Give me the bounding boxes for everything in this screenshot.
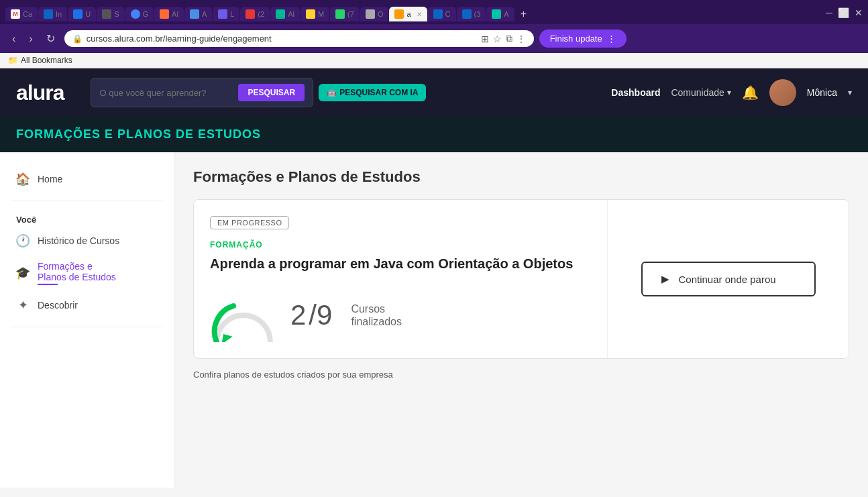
formation-label: FORMAÇÃO [210, 240, 591, 250]
header-nav: Dashboard Comunidade ▾ 🔔 Mônica ▾ [611, 79, 852, 106]
bookmarks-folder-icon: 📁 [8, 56, 18, 65]
sidebar-item-home[interactable]: 🏠 Home [11, 166, 163, 192]
translate-icon[interactable]: ⊞ [481, 34, 489, 44]
search-bar: PESQUISAR [91, 78, 313, 107]
tab-16[interactable]: (3 [457, 7, 486, 21]
bookmark-icon[interactable]: ☆ [493, 34, 502, 44]
tab-8[interactable]: L [213, 7, 239, 21]
reload-button[interactable]: ↻ [42, 31, 59, 46]
sidebar-divider [11, 201, 163, 201]
sidebar-item-formations[interactable]: 🎓 Formações e Planos de Estudos [11, 254, 163, 292]
tab-10[interactable]: Al [270, 7, 300, 21]
url-text: cursos.alura.com.br/learning-guide/engag… [87, 34, 477, 44]
tab-9[interactable]: (2 [240, 7, 270, 21]
sidebar-divider-2 [11, 327, 163, 327]
tab-4[interactable]: S [97, 7, 124, 21]
settings-icon[interactable]: ⋮ [517, 34, 526, 44]
search-container: PESQUISAR 🤖 PESQUISAR COM IA [91, 78, 426, 107]
card-main: EM PROGRESSO FORMAÇÃO Aprenda a programa… [194, 200, 607, 358]
finish-update-button[interactable]: Finish update ⋮ [539, 30, 627, 48]
tab-favicon: M [11, 9, 20, 19]
minimize-button[interactable]: ─ [826, 7, 832, 18]
main-layout: 🏠 Home Você 🕐 Histórico de Cursos 🎓 Form… [0, 152, 868, 488]
home-icon: 🏠 [16, 172, 30, 186]
new-tab-button[interactable]: + [515, 5, 532, 23]
nav-dashboard[interactable]: Dashboard [611, 87, 660, 98]
progress-arc [210, 288, 277, 342]
card-side: ▶ Continuar onde parou [607, 200, 849, 358]
bookmarks-bar: 📁 All Bookmarks [0, 53, 868, 68]
bookmarks-label: All Bookmarks [21, 56, 72, 65]
history-icon: 🕐 [16, 234, 30, 247]
formations-icon: 🎓 [16, 266, 30, 280]
user-name[interactable]: Mônica [807, 87, 837, 98]
sidebar-section-you: Você [11, 209, 163, 227]
sidebar-item-history[interactable]: 🕐 Histórico de Cursos [11, 227, 163, 254]
progress-text: 2 /9 [290, 299, 332, 331]
tab-3[interactable]: U [68, 7, 96, 21]
sidebar-formations-label: Formações e Planos de Estudos [38, 261, 116, 282]
search-button[interactable]: PESQUISAR [238, 84, 305, 101]
user-chevron-icon: ▾ [848, 88, 852, 97]
tab-gmail[interactable]: M Ca [5, 7, 38, 21]
ai-search-button[interactable]: 🤖 PESQUISAR COM IA [319, 84, 426, 101]
content-area: Formações e Planos de Estudos EM PROGRES… [174, 152, 868, 488]
progress-label: Cursos finalizados [351, 302, 402, 328]
sidebar-item-discover[interactable]: ✦ Descobrir [11, 292, 163, 319]
sidebar: 🏠 Home Você 🕐 Histórico de Cursos 🎓 Form… [0, 152, 174, 488]
ai-icon: 🤖 [327, 88, 337, 97]
page-title: Formações e Planos de Estudos [193, 168, 849, 186]
tab-11[interactable]: M [301, 7, 329, 21]
search-input[interactable] [99, 88, 233, 98]
tab-13[interactable]: O [360, 7, 389, 21]
alura-app: alura PESQUISAR 🤖 PESQUISAR COM IA Dashb… [0, 68, 868, 488]
more-icon: ⋮ [607, 34, 616, 44]
progress-number: 2 [290, 299, 306, 331]
tab-favicon [44, 9, 53, 19]
discover-icon: ✦ [16, 298, 30, 312]
url-icons: ⊞ ☆ ⧉ ⋮ [481, 33, 526, 44]
tab-15[interactable]: C [428, 7, 456, 21]
page-header-bar: FORMAÇÕES E PLANOS DE ESTUDOS [0, 117, 868, 152]
tab-12[interactable]: (7 [330, 7, 360, 21]
alura-logo[interactable]: alura [16, 80, 64, 105]
progress-section: 2 /9 Cursos finalizados [210, 288, 591, 342]
continue-label: Continuar onde parou [679, 274, 776, 285]
close-button[interactable]: ✕ [855, 7, 863, 18]
avatar [769, 79, 796, 106]
extensions-icon[interactable]: ⧉ [506, 33, 512, 44]
play-icon: ▶ [659, 272, 672, 286]
maximize-button[interactable]: ⬜ [838, 7, 849, 18]
sidebar-history-label: Histórico de Cursos [38, 235, 119, 246]
nav-community[interactable]: Comunidade ▾ [671, 87, 730, 98]
continue-button[interactable]: ▶ Continuar onde parou [641, 262, 816, 296]
tab-2[interactable]: In [38, 7, 67, 21]
tab-6[interactable]: Al [154, 7, 184, 21]
browser-chrome: M Ca In U S G Al A L [0, 0, 868, 68]
lock-icon: 🔒 [72, 34, 83, 44]
progress-divider: /9 [309, 299, 332, 331]
course-card: EM PROGRESSO FORMAÇÃO Aprenda a programa… [193, 199, 849, 359]
tab-label: Ca [23, 10, 32, 18]
tab-17[interactable]: A [486, 7, 514, 21]
url-bar[interactable]: 🔒 cursos.alura.com.br/learning-guide/eng… [64, 30, 534, 47]
sidebar-discover-label: Descobrir [38, 300, 78, 311]
tab-5[interactable]: G [125, 7, 154, 21]
active-underline [38, 284, 58, 285]
tab-active[interactable]: a ✕ [389, 7, 427, 21]
tab-bar: M Ca In U S G Al A L [0, 0, 868, 24]
forward-button[interactable]: › [25, 32, 36, 46]
status-badge: EM PROGRESSO [210, 216, 289, 229]
back-button[interactable]: ‹ [8, 32, 19, 46]
page-header-title: FORMAÇÕES E PLANOS DE ESTUDOS [16, 127, 261, 141]
bottom-hint: Confira planos de estudos criados por su… [193, 370, 849, 380]
course-title: Aprenda a programar em Java com Orientaç… [210, 255, 591, 272]
sidebar-home-label: Home [38, 174, 62, 184]
nav-bar: ‹ › ↻ 🔒 cursos.alura.com.br/learning-gui… [0, 24, 868, 53]
alura-header: alura PESQUISAR 🤖 PESQUISAR COM IA Dashb… [0, 68, 868, 117]
bell-icon[interactable]: 🔔 [742, 85, 759, 101]
tab-7[interactable]: A [184, 7, 212, 21]
chevron-down-icon: ▾ [727, 88, 731, 97]
